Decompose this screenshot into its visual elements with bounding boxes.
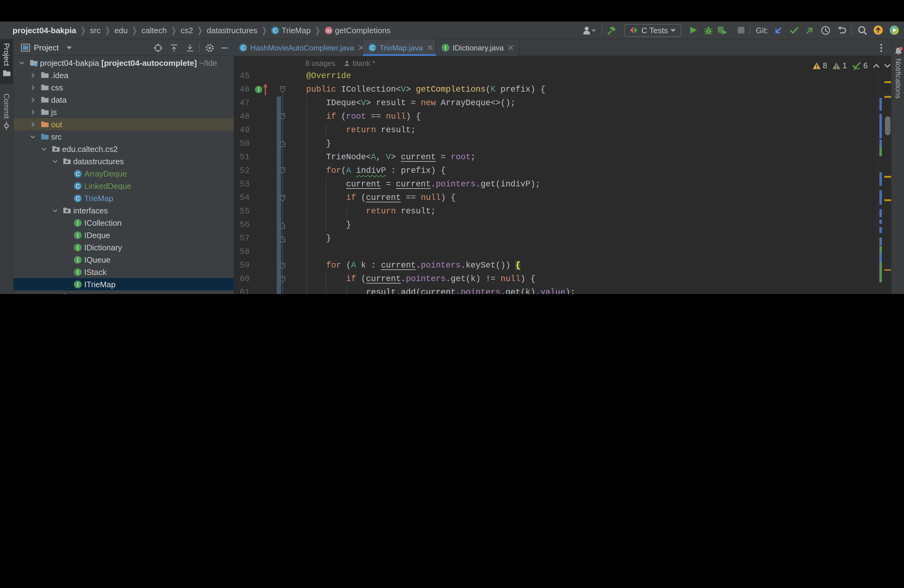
svg-text:I: I <box>258 87 259 93</box>
svg-text:C: C <box>76 195 80 201</box>
svg-text:I: I <box>77 244 79 251</box>
svg-text:C: C <box>76 171 80 177</box>
svg-text:m: m <box>326 27 331 33</box>
svg-text:I: I <box>77 256 79 263</box>
svg-text:I: I <box>77 281 79 288</box>
svg-text:I: I <box>77 220 79 226</box>
svg-text:C: C <box>370 44 375 51</box>
svg-text:I: I <box>77 232 79 238</box>
svg-text:C: C <box>273 27 277 33</box>
svg-text:C: C <box>76 183 80 189</box>
svg-text:I: I <box>77 269 79 275</box>
svg-text:C: C <box>241 44 245 51</box>
svg-text:I: I <box>445 44 446 51</box>
